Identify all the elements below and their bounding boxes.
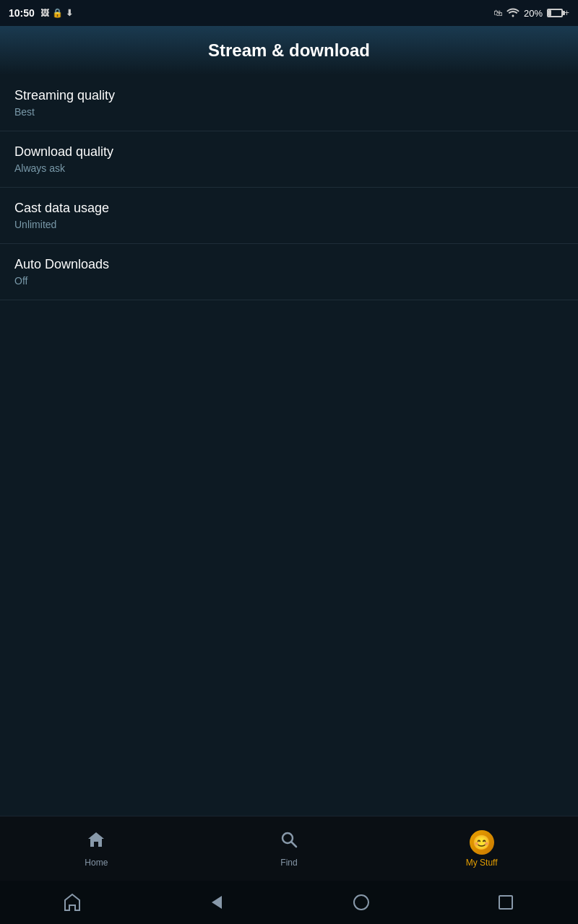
download-quality-value: Always ask [14,162,564,174]
download-quality-title: Download quality [14,144,564,160]
photo-icon: 🖼 [40,8,49,18]
my-stuff-nav-label: My Stuff [466,858,498,868]
find-nav-label: Find [280,858,297,868]
download-status-icon: ⬇ [66,8,73,18]
status-right: 🛍 20% + [493,7,569,19]
my-stuff-avatar: 😊 [470,830,494,855]
streaming-quality-item[interactable]: Streaming quality Best [0,75,578,131]
cast-data-usage-item[interactable]: Cast data usage Unlimited [0,188,578,244]
settings-list: Streaming quality Best Download quality … [0,75,578,300]
cast-data-usage-value: Unlimited [14,219,564,230]
page-title: Stream & download [208,40,370,60]
streaming-quality-value: Best [14,106,564,118]
svg-line-1 [291,842,296,847]
nav-find[interactable]: Find [260,829,318,868]
cast-data-usage-title: Cast data usage [14,201,564,216]
auto-downloads-item[interactable]: Auto Downloads Off [0,244,578,300]
square-icon [499,895,513,910]
status-left: 10:50 🖼 🔒 ⬇ [9,7,73,19]
status-bar: 10:50 🖼 🔒 ⬇ 🛍 20% + [0,0,578,26]
lock-icon: 🔒 [52,8,63,18]
auto-downloads-value: Off [14,275,564,287]
search-nav-icon [279,829,299,855]
system-home-button[interactable] [58,888,87,917]
nav-home[interactable]: Home [67,829,125,868]
battery-percentage: 20% [524,8,543,19]
time-display: 10:50 [9,7,35,19]
nav-bar: Home Find 😊 My Stuff [0,816,578,881]
main-content: Streaming quality Best Download quality … [0,75,578,816]
wifi-icon [506,7,519,19]
nav-my-stuff[interactable]: 😊 My Stuff [453,830,511,868]
streaming-quality-title: Streaming quality [14,88,564,103]
system-square-button[interactable] [491,888,520,917]
system-back-button[interactable] [202,888,231,917]
circle-icon [353,894,369,910]
home-nav-icon [86,829,106,855]
status-icons: 🖼 🔒 ⬇ [40,8,73,18]
home-nav-label: Home [85,858,108,868]
download-quality-item[interactable]: Download quality Always ask [0,131,578,188]
auto-downloads-title: Auto Downloads [14,257,564,272]
back-arrow-icon [212,896,222,909]
battery-icon: + [547,8,569,18]
system-nav-bar [0,881,578,924]
bag-icon: 🛍 [493,8,502,18]
page-header: Stream & download [0,26,578,75]
system-circle-button[interactable] [347,888,376,917]
